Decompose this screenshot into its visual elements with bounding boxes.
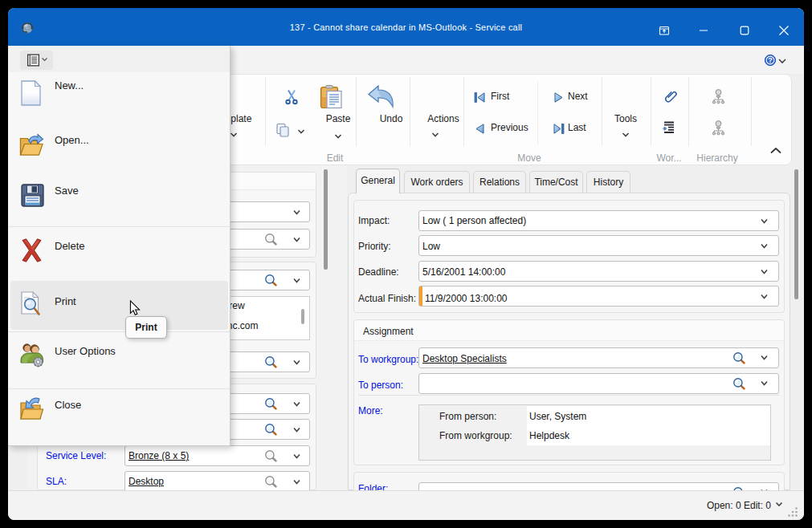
svg-text:?: ?	[768, 56, 773, 64]
